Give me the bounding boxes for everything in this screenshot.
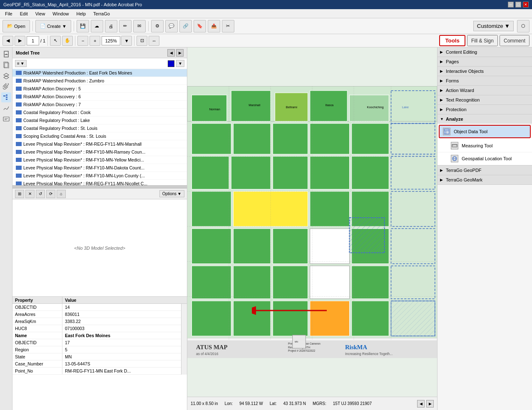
tree-item-5[interactable]: Coastal Regulatory Product : Cook — [12, 109, 187, 117]
tool-item-object-data[interactable]: Object Data Tool — [439, 125, 531, 138]
tool-item-geospatial[interactable]: Geospatial Location Tool — [438, 152, 532, 165]
menu-edit[interactable]: Edit — [17, 10, 31, 17]
sidebar-icon-model-tree[interactable] — [1, 92, 11, 102]
section-header-protection[interactable]: ▶ Protection — [438, 105, 532, 114]
section-label-pages: Pages — [446, 59, 459, 64]
svg-text:ATUS MAP: ATUS MAP — [196, 344, 227, 350]
tree-item-9[interactable]: Levee Physical Map Revision* : RM-REG-FY… — [12, 140, 187, 148]
fill-sign-button[interactable]: Fill & Sign — [467, 35, 498, 46]
model-btn-5[interactable]: ⌂ — [57, 190, 66, 198]
zoom-dropdown[interactable]: ▼ — [121, 36, 132, 46]
tree-item-8[interactable]: Scoping Excluding Coastal Area : St. Lou… — [12, 132, 187, 140]
save-icon: 💾 — [80, 23, 86, 29]
menu-view[interactable]: View — [32, 10, 49, 17]
sidebar-icon-comment-list[interactable] — [1, 114, 11, 124]
comment-button[interactable]: Comment — [500, 35, 530, 46]
bookmark-button[interactable]: 🔖 — [194, 20, 206, 32]
sidebar-icon-attachments[interactable] — [1, 82, 11, 92]
hand-tool[interactable]: ✋ — [62, 36, 73, 46]
sidebar-icon-layers[interactable] — [1, 71, 11, 81]
color-dropdown[interactable]: ▼ — [176, 60, 184, 67]
back-button[interactable]: ◀ — [2, 36, 13, 46]
section-header-forms[interactable]: ▶ Forms — [438, 76, 532, 85]
tree-item-4[interactable]: RiskMAP Action Discovery : 7 — [12, 101, 187, 109]
link-button[interactable]: 🔗 — [179, 20, 192, 32]
model-btn-4[interactable]: ⟳ — [46, 190, 55, 198]
tree-item-3[interactable]: RiskMAP Action Discovery : 6 — [12, 93, 187, 101]
export-button[interactable]: 📤 — [208, 20, 220, 32]
chevron-right-icon-action: ▶ — [440, 88, 443, 92]
section-header-terrago-geopdf[interactable]: ▶ TerraGo GeoPDF — [438, 166, 532, 175]
tree-item-7[interactable]: Coastal Regulatory Product : St. Louis — [12, 124, 187, 132]
tree-view-dropdown[interactable]: ≡ ▼ — [15, 60, 27, 67]
menu-file[interactable]: File — [2, 10, 16, 17]
section-header-text-recognition[interactable]: ▶ Text Recognition — [438, 95, 532, 104]
section-header-analyze[interactable]: ▼ Analyze — [438, 114, 532, 124]
sidebar-icon-pages[interactable] — [1, 60, 11, 70]
options-button[interactable]: Options ▼ — [159, 190, 184, 197]
email-button[interactable]: ✉ — [133, 20, 146, 32]
menu-window[interactable]: Window — [49, 10, 72, 17]
save-button[interactable]: 💾 — [77, 20, 89, 32]
expand-button[interactable]: ⬡ — [517, 20, 530, 32]
tools-button[interactable]: Tools — [439, 35, 465, 46]
prop-name-6: Region — [12, 346, 62, 353]
section-header-terrago-geomark[interactable]: ▶ TerraGo GeoMark — [438, 175, 532, 184]
tree-item-12[interactable]: Levee Physical Map Revision* : RM-FY10-M… — [12, 164, 187, 172]
props-row-9: Point_No RM-REG-FY11-MN East Fork D... — [12, 368, 181, 375]
menu-help[interactable]: Help — [73, 10, 89, 17]
settings-button[interactable]: ⚙ — [151, 20, 164, 32]
sidebar-icon-signatures[interactable] — [1, 103, 11, 113]
customize-button[interactable]: Customize ▼ — [473, 21, 514, 31]
section-content-editing: ▶ Content Editing — [438, 47, 532, 57]
svg-rect-46 — [349, 218, 384, 253]
tree-item-11[interactable]: Levee Physical Map Revision* : RM-FY10-M… — [12, 156, 187, 164]
comment-tool-button[interactable]: 💬 — [165, 20, 178, 32]
tree-item-13[interactable]: Levee Physical Map Revision* : RM-FY10-M… — [12, 172, 187, 180]
section-interactive-objects: ▶ Interactive Objects — [438, 67, 532, 76]
tree-item-10[interactable]: Levee Physical Map Revision* : RM-FY10-M… — [12, 148, 187, 156]
redact-button[interactable]: ✂ — [222, 20, 234, 32]
panel-collapse-left[interactable]: ◀ — [167, 49, 175, 57]
maximize-button[interactable]: □ — [515, 2, 521, 7]
section-header-content-editing[interactable]: ▶ Content Editing — [438, 47, 532, 57]
section-header-interactive[interactable]: ▶ Interactive Objects — [438, 67, 532, 76]
model-btn-2[interactable]: ✕ — [25, 190, 35, 198]
separator-1 — [32, 21, 33, 31]
select-tool[interactable]: ↖ — [50, 36, 61, 46]
menu-terrago[interactable]: TerraGo — [90, 10, 113, 17]
zoom-in-button[interactable]: + — [89, 36, 100, 46]
model-btn-3[interactable]: ↺ — [36, 190, 45, 198]
edit-button[interactable]: ✏ — [119, 20, 132, 32]
map-prev-btn[interactable]: ◀ — [417, 400, 425, 408]
upload-button[interactable]: ☁ — [91, 20, 103, 32]
fit-width-button[interactable]: ↔ — [149, 36, 159, 46]
map-canvas[interactable]: Norman Marshall Beltrami Itasca Koochich… — [187, 47, 437, 397]
print-button[interactable]: 🖨 — [105, 20, 117, 32]
tool-item-measuring[interactable]: Measuring Tool — [438, 139, 532, 152]
tree-item-2[interactable]: RiskMAP Action Discovery : 5 — [12, 85, 187, 93]
tree-item-1[interactable]: RiskMAP Watershed Production : Zumbro — [12, 77, 187, 85]
fit-page-button[interactable]: ⊡ — [137, 36, 147, 46]
zoom-out-button[interactable]: − — [77, 36, 88, 46]
model-btn-1[interactable]: ⊞ — [15, 190, 24, 198]
close-button[interactable]: ✕ — [523, 2, 529, 7]
page-number-input[interactable] — [27, 36, 39, 45]
section-header-action-wizard[interactable]: ▶ Action Wizard — [438, 86, 532, 95]
map-next-btn[interactable]: ▶ — [426, 400, 434, 408]
zoom-input[interactable] — [102, 36, 120, 45]
panel-collapse-right[interactable]: ▶ — [176, 49, 184, 57]
open-button[interactable]: 📂 Open — [2, 20, 30, 32]
props-scrollbar[interactable] — [181, 304, 187, 375]
color-swatch[interactable] — [168, 60, 174, 67]
section-header-pages[interactable]: ▶ Pages — [438, 57, 532, 66]
tree-item-0[interactable]: RiskMAP Watershed Production : East Fork… — [12, 69, 187, 77]
map-area[interactable]: Norman Marshall Beltrami Itasca Koochich… — [187, 47, 437, 410]
section-pages: ▶ Pages — [438, 57, 532, 67]
forward-button[interactable]: ▶ — [15, 36, 25, 46]
sidebar-icon-bookmarks[interactable] — [1, 49, 11, 59]
tree-item-6[interactable]: Coastal Regulatory Product : Lake — [12, 117, 187, 124]
create-button[interactable]: 📄 Create ▼ — [35, 20, 71, 32]
minimize-button[interactable]: ─ — [508, 2, 514, 7]
dimensions-label: 11.00 x 8.50 in — [191, 401, 218, 406]
